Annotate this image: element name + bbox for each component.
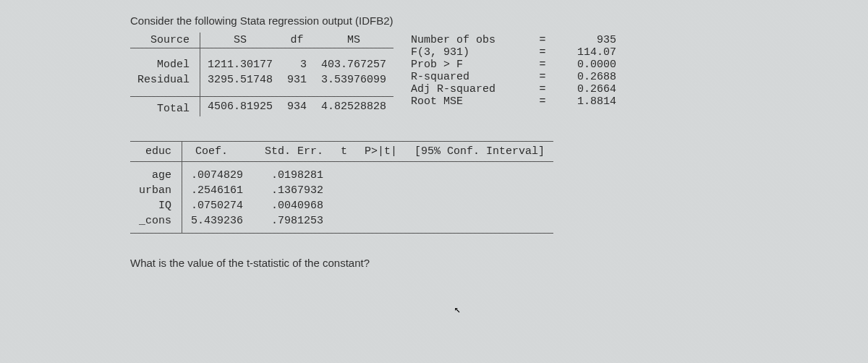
fit-adjr2: Adj R-squared = 0.2664 (411, 83, 616, 95)
coef-age-t (332, 162, 356, 184)
equals-sign: = (534, 59, 551, 71)
fit-probf-value: 0.0000 (551, 59, 616, 71)
fit-adjr2-label: Adj R-squared (411, 83, 534, 95)
coefficient-table: educ Coef. Std. Err. t P>|t| [95% Conf. … (130, 141, 553, 234)
fit-nobs-label: Number of obs (411, 34, 534, 46)
coef-iq-p (356, 198, 406, 213)
coef-cons-se: .7981253 (252, 213, 332, 234)
fit-adjr2-value: 0.2664 (551, 83, 616, 95)
fit-r2-label: R-squared (411, 71, 534, 83)
equals-sign: = (534, 71, 551, 83)
fit-fstat-label: F(3, 931) (411, 46, 534, 59)
anova-model-df: 3 (280, 57, 314, 72)
anova-row-residual: Residual 3295.51748 931 3.53976099 (130, 72, 393, 87)
coef-header-ci: [95% Conf. Interval] (406, 142, 553, 162)
coef-header-coef: Coef. (182, 142, 252, 162)
coef-cons-label: _cons (130, 213, 182, 234)
coef-age-cilo (406, 162, 480, 184)
coef-age-p (356, 162, 406, 184)
coef-header-depvar: educ (130, 142, 182, 162)
anova-header-source: Source (130, 33, 200, 48)
anova-total-df: 934 (280, 97, 314, 117)
coef-urban-p (356, 183, 406, 198)
coef-row-cons: _cons 5.439236 .7981253 (130, 213, 553, 234)
coef-row-urban: urban .2546161 .1367932 (130, 183, 553, 198)
coef-row-iq: IQ .0750274 .0040968 (130, 198, 553, 213)
coef-age-coef: .0074829 (182, 162, 252, 184)
coef-urban-cihi (480, 183, 553, 198)
equals-sign: = (534, 83, 551, 95)
anova-total-ss: 4506.81925 (200, 97, 281, 117)
coef-urban-label: urban (130, 183, 182, 198)
anova-and-fit-container: Source SS df MS Model 1211.30177 3 403.7… (130, 33, 738, 116)
fit-statistics: Number of obs = 935 F(3, 931) = 114.07 P… (411, 33, 616, 108)
fit-probf: Prob > F = 0.0000 (411, 59, 616, 71)
anova-row-total: Total 4506.81925 934 4.82528828 (130, 97, 393, 117)
equals-sign: = (534, 46, 551, 59)
fit-rmse: Root MSE = 1.8814 (411, 95, 616, 108)
fit-rmse-label: Root MSE (411, 95, 534, 108)
fit-fstat: F(3, 931) = 114.07 (411, 46, 616, 59)
coef-urban-cilo (406, 183, 480, 198)
fit-r2-value: 0.2688 (551, 71, 616, 83)
coef-iq-cilo (406, 198, 480, 213)
coef-urban-se: .1367932 (252, 183, 332, 198)
coef-header-p: P>|t| (356, 142, 406, 162)
fit-nobs-value: 935 (551, 34, 616, 46)
coef-iq-cihi (480, 198, 553, 213)
anova-header-df: df (280, 33, 314, 48)
fit-nobs: Number of obs = 935 (411, 34, 616, 46)
coef-age-label: age (130, 162, 182, 184)
coef-iq-label: IQ (130, 198, 182, 213)
anova-total-label: Total (130, 97, 200, 117)
cursor-icon: ↖ (454, 302, 461, 316)
equals-sign: = (534, 95, 551, 108)
anova-model-ms: 403.767257 (314, 57, 393, 72)
anova-model-label: Model (130, 57, 200, 72)
coef-cons-cihi (480, 213, 553, 234)
coef-cons-cilo (406, 213, 480, 234)
fit-r2: R-squared = 0.2688 (411, 71, 616, 83)
anova-residual-ms: 3.53976099 (314, 72, 393, 87)
coef-urban-coef: .2546161 (182, 183, 252, 198)
anova-header-ms: MS (314, 33, 393, 48)
anova-total-ms: 4.82528828 (314, 97, 393, 117)
anova-header-ss: SS (200, 33, 281, 48)
anova-row-model: Model 1211.30177 3 403.767257 (130, 57, 393, 72)
equals-sign: = (534, 34, 551, 46)
fit-rmse-value: 1.8814 (551, 95, 616, 108)
coef-row-age: age .0074829 .0198281 (130, 162, 553, 184)
coef-cons-t (332, 213, 356, 234)
anova-model-ss: 1211.30177 (200, 57, 281, 72)
coef-age-se: .0198281 (252, 162, 332, 184)
anova-table: Source SS df MS Model 1211.30177 3 403.7… (130, 33, 393, 116)
anova-residual-ss: 3295.51748 (200, 72, 281, 87)
coef-iq-t (332, 198, 356, 213)
anova-residual-label: Residual (130, 72, 200, 87)
fit-probf-label: Prob > F (411, 59, 534, 71)
coef-cons-p (356, 213, 406, 234)
coef-iq-coef: .0750274 (182, 198, 252, 213)
coef-header-se: Std. Err. (252, 142, 332, 162)
coef-urban-t (332, 183, 356, 198)
anova-residual-df: 931 (280, 72, 314, 87)
coef-header-t: t (332, 142, 356, 162)
coef-age-cihi (480, 162, 553, 184)
question-text: What is the value of the t-statistic of … (130, 257, 738, 269)
fit-fstat-value: 114.07 (551, 46, 616, 59)
coef-iq-se: .0040968 (252, 198, 332, 213)
intro-text: Consider the following Stata regression … (130, 14, 738, 27)
coef-cons-coef: 5.439236 (182, 213, 252, 234)
